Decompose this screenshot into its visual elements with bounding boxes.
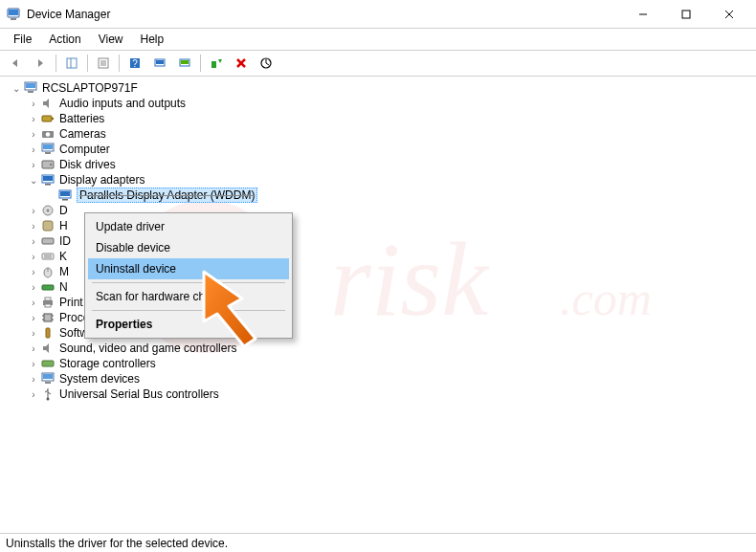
svg-rect-6 — [9, 10, 18, 15]
expand-icon[interactable]: › — [27, 280, 40, 294]
expand-icon[interactable]: › — [27, 112, 40, 125]
tree-item-label: Cameras — [59, 127, 106, 141]
uninstall-device-button[interactable] — [230, 53, 253, 74]
svg-point-47 — [47, 210, 50, 212]
expand-icon[interactable]: › — [27, 250, 40, 263]
battery-icon — [40, 111, 56, 126]
svg-rect-21 — [156, 60, 164, 64]
expand-icon[interactable]: › — [27, 158, 40, 171]
svg-rect-32 — [52, 118, 54, 120]
svg-rect-65 — [42, 361, 54, 366]
display-adapter-icon — [40, 172, 56, 188]
show-hide-tree-button[interactable] — [60, 53, 83, 74]
svg-point-34 — [46, 132, 51, 137]
ctx-disable-device[interactable]: Disable device — [88, 237, 289, 258]
app-icon — [6, 7, 21, 22]
network-icon — [40, 279, 56, 295]
expand-icon[interactable]: › — [27, 296, 40, 309]
tree-item-audio[interactable]: ›Audio inputs and outputs — [6, 96, 756, 111]
tree-item-cameras[interactable]: ›Cameras — [6, 126, 756, 142]
cpu-icon — [40, 310, 56, 325]
expand-icon[interactable]: › — [27, 342, 40, 355]
tree-item-batteries[interactable]: ›Batteries — [6, 111, 756, 126]
tree-item-label: M — [59, 265, 69, 278]
expand-icon[interactable]: › — [27, 97, 40, 110]
camera-icon — [40, 126, 56, 142]
tool-bar: ? — [0, 50, 756, 77]
hid-icon — [40, 218, 56, 233]
svg-rect-36 — [43, 144, 53, 149]
status-bar: Uninstalls the driver for the selected d… — [0, 533, 756, 552]
expand-icon[interactable]: › — [27, 311, 40, 324]
update-driver-button[interactable] — [173, 53, 196, 74]
tree-item-label: Disk drives — [59, 158, 116, 171]
expand-icon[interactable]: › — [27, 357, 40, 370]
ctx-properties[interactable]: Properties — [88, 314, 289, 335]
svg-rect-37 — [45, 152, 51, 154]
expand-icon[interactable]: › — [27, 234, 40, 248]
tree-item-parallels-display[interactable]: Parallels Display Adapter (WDDM) — [6, 188, 756, 203]
tree-root[interactable]: ⌄ RCSLAPTOP971F — [6, 80, 756, 96]
tree-item-label: Audio inputs and outputs — [59, 97, 186, 110]
expand-icon[interactable]: › — [27, 326, 40, 340]
menu-action[interactable]: Action — [43, 31, 86, 48]
back-button[interactable] — [4, 53, 27, 74]
tree-item-display-adapters[interactable]: ⌄Display adapters — [6, 172, 756, 188]
disk-icon — [40, 157, 56, 172]
tree-item-label: H — [59, 219, 68, 232]
svg-rect-7 — [11, 18, 16, 20]
expand-icon[interactable]: › — [27, 372, 40, 386]
speaker-icon — [40, 96, 56, 111]
tree-item-label: ID — [59, 234, 71, 248]
expand-icon[interactable]: › — [27, 127, 40, 141]
maximize-button[interactable] — [664, 1, 707, 28]
expand-icon[interactable]: › — [27, 204, 40, 217]
menu-view[interactable]: View — [93, 31, 129, 48]
expand-icon[interactable]: › — [27, 265, 40, 278]
close-button[interactable] — [707, 1, 750, 28]
expand-icon[interactable]: › — [27, 143, 40, 156]
svg-text:?: ? — [132, 58, 138, 69]
ctx-scan-hardware[interactable]: Scan for hardware changes — [88, 286, 289, 307]
forward-button[interactable] — [29, 53, 52, 74]
svg-rect-57 — [45, 298, 51, 300]
tree-item-sound-video[interactable]: ›Sound, video and game controllers — [6, 341, 756, 356]
tree-item-label: Universal Serial Bus controllers — [59, 387, 219, 401]
svg-rect-45 — [62, 199, 68, 201]
svg-rect-49 — [42, 238, 54, 244]
tree-item-label: Computer — [59, 143, 110, 156]
collapse-icon[interactable]: ⌄ — [10, 81, 23, 95]
ctx-separator — [92, 282, 285, 283]
menu-bar: File Action View Help — [0, 29, 756, 50]
expand-icon[interactable]: › — [27, 219, 40, 232]
expand-icon[interactable]: › — [27, 387, 40, 401]
optical-drive-icon — [40, 203, 56, 218]
window-title: Device Manager — [27, 8, 110, 21]
tree-item-storage-controllers[interactable]: ›Storage controllers — [6, 356, 756, 371]
menu-help[interactable]: Help — [135, 31, 170, 48]
tree-item-label: Storage controllers — [59, 357, 156, 370]
svg-rect-24 — [211, 61, 216, 68]
tree-item-usb-controllers[interactable]: ›Universal Serial Bus controllers — [6, 386, 756, 402]
scan-hardware-button[interactable] — [148, 53, 171, 74]
tree-item-label: Batteries — [59, 112, 104, 125]
ctx-uninstall-device[interactable]: Uninstall device — [88, 258, 289, 279]
properties-button[interactable] — [92, 53, 115, 74]
tree-item-label: K — [59, 250, 67, 263]
minimize-button[interactable] — [621, 1, 664, 28]
help-button[interactable]: ? — [123, 53, 146, 74]
menu-file[interactable]: File — [8, 31, 37, 48]
tree-root-label: RCSLAPTOP971F — [42, 81, 138, 95]
tree-item-system-devices[interactable]: ›System devices — [6, 371, 756, 386]
collapse-icon[interactable]: ⌄ — [27, 173, 40, 187]
tree-item-computer[interactable]: ›Computer — [6, 142, 756, 157]
speaker-icon — [40, 341, 56, 356]
svg-rect-12 — [67, 58, 77, 68]
system-icon — [40, 371, 56, 386]
mouse-icon — [40, 264, 56, 279]
disable-device-button[interactable] — [255, 53, 278, 74]
ctx-separator — [92, 310, 285, 311]
tree-item-disk-drives[interactable]: ›Disk drives — [6, 157, 756, 172]
ctx-update-driver[interactable]: Update driver — [88, 216, 289, 237]
enable-device-button[interactable] — [205, 53, 228, 74]
